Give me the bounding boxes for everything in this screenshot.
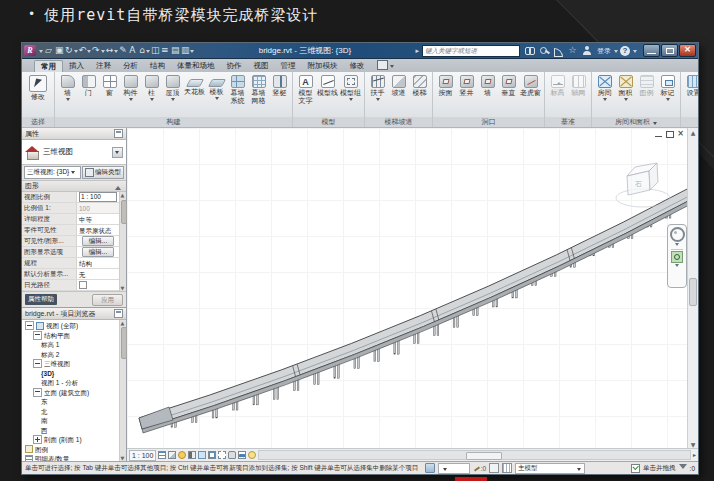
- search-binoculars-icon[interactable]: [525, 45, 536, 56]
- expand-icon[interactable]: [33, 435, 42, 444]
- panel-label[interactable]: 基准: [545, 117, 591, 127]
- property-value[interactable]: 编辑...: [77, 236, 119, 246]
- ribbon-button-door[interactable]: 门: [78, 73, 99, 117]
- properties-help-link[interactable]: 属性帮助: [25, 294, 57, 305]
- measure-icon[interactable]: ↔: [106, 45, 119, 56]
- tree-item[interactable]: 视图 1 - 分析: [22, 378, 119, 388]
- scroll-down-icon[interactable]: ▼: [120, 455, 125, 461]
- show-rendering-icon[interactable]: [198, 451, 206, 459]
- tree-item[interactable]: 视图 (全部): [22, 321, 119, 331]
- ribbon-button-workplane-set[interactable]: 设置: [683, 73, 698, 117]
- project-browser-pin-icon[interactable]: [114, 309, 123, 318]
- scroll-right-icon[interactable]: ▸: [693, 450, 696, 460]
- design-option-dropdown[interactable]: 主模型: [515, 463, 585, 474]
- navbar-dropdown-icon[interactable]: [675, 243, 679, 248]
- undo-icon[interactable]: ↶: [79, 45, 92, 56]
- ribbon-button-room[interactable]: 房间: [594, 73, 615, 117]
- close-button[interactable]: [679, 44, 696, 57]
- apply-button[interactable]: 应用: [92, 294, 123, 306]
- property-row[interactable]: 比例值 1:100: [22, 203, 119, 214]
- ribbon-button-stairs[interactable]: 楼梯: [409, 73, 430, 117]
- app-menu-arrow-icon[interactable]: [39, 50, 43, 55]
- switch-windows-icon[interactable]: ▥: [181, 45, 195, 56]
- collapse-icon[interactable]: [33, 388, 42, 397]
- tree-item[interactable]: 明细表/数量: [22, 454, 119, 461]
- horizontal-scrollbar[interactable]: [258, 450, 691, 460]
- collapse-icon[interactable]: [33, 359, 42, 368]
- navigation-bar[interactable]: [667, 224, 687, 288]
- detail-level-icon[interactable]: [158, 451, 166, 459]
- tree-item[interactable]: 南: [22, 416, 119, 426]
- type-selector-arrow-icon[interactable]: [112, 147, 123, 158]
- property-row[interactable]: 详细程度中等: [22, 214, 119, 225]
- panel-label[interactable]: 楼梯坡道: [365, 117, 432, 127]
- redo-icon[interactable]: ↷: [92, 45, 105, 56]
- property-value[interactable]: 编辑...: [77, 247, 119, 257]
- ribbon-button-shaft-opening[interactable]: 竖井: [456, 73, 477, 117]
- tree-item[interactable]: 立面 (建筑立面): [22, 388, 119, 398]
- tab-插入[interactable]: 插入: [63, 60, 90, 72]
- status-help-icon[interactable]: [425, 463, 435, 473]
- sign-in-label[interactable]: 登录: [597, 46, 611, 56]
- tab-常用[interactable]: 常用: [34, 60, 63, 72]
- tree-item[interactable]: 北: [22, 407, 119, 417]
- panel-label[interactable]: 选择: [22, 117, 54, 127]
- panel-label[interactable]: 模型: [293, 117, 364, 127]
- modify-pencil-icon[interactable]: ✎: [119, 45, 128, 56]
- ribbon-state-toggle[interactable]: [377, 60, 394, 72]
- thin-lines-icon[interactable]: ≡: [161, 45, 170, 56]
- ribbon-button-wall-opening[interactable]: 墙: [477, 73, 498, 117]
- panel-label[interactable]: 房间和面积: [592, 117, 680, 127]
- workset-dropdown[interactable]: [438, 463, 470, 474]
- scroll-thumb[interactable]: [121, 200, 127, 224]
- viewcube[interactable]: 右: [616, 163, 670, 207]
- property-input[interactable]: 1 : 100: [79, 192, 117, 202]
- tab-协作[interactable]: 协作: [221, 60, 248, 72]
- shadows-icon[interactable]: [188, 451, 196, 459]
- tree-item[interactable]: 图例: [22, 445, 119, 455]
- subscription-center-icon[interactable]: [539, 45, 550, 56]
- property-value[interactable]: 结构: [77, 258, 119, 268]
- ribbon-button-wall[interactable]: 墙: [57, 73, 78, 117]
- ribbon-button-model-text[interactable]: 模型文字: [295, 73, 316, 117]
- properties-section-graphics[interactable]: 图形: [22, 181, 126, 192]
- open-icon[interactable]: ▱: [45, 45, 54, 56]
- signin-dropdown-icon[interactable]: [614, 50, 618, 55]
- tree-item[interactable]: 剖面 (剖面 1): [22, 435, 119, 445]
- ribbon-button-mullion[interactable]: 竖梃: [269, 73, 290, 117]
- property-row[interactable]: 默认分析显示...无: [22, 269, 119, 280]
- scroll-up-icon[interactable]: ▲: [688, 128, 698, 137]
- text-icon[interactable]: A: [129, 45, 138, 56]
- tab-分析[interactable]: 分析: [117, 60, 144, 72]
- ribbon-button-curtain-grid[interactable]: 幕墙网格: [248, 73, 269, 117]
- ribbon-button-roof[interactable]: 屋顶: [162, 73, 183, 117]
- ribbon-button-component[interactable]: 构件: [120, 73, 141, 117]
- ribbon-button-area[interactable]: 面积: [615, 73, 636, 117]
- show-crop-region-icon[interactable]: [218, 451, 226, 459]
- restore-button[interactable]: [661, 44, 678, 57]
- communication-center-icon[interactable]: [553, 45, 564, 56]
- tree-item[interactable]: 东: [22, 397, 119, 407]
- section-collapse-icon[interactable]: [115, 183, 121, 190]
- scroll-down-icon[interactable]: ▼: [120, 285, 125, 291]
- temporary-hide-isolate-icon[interactable]: [238, 451, 246, 459]
- visual-style-icon[interactable]: [168, 451, 176, 459]
- view-close-icon[interactable]: [676, 130, 685, 138]
- type-selector[interactable]: 三维视图: [22, 140, 126, 165]
- close-hidden-windows-icon[interactable]: ▤: [171, 45, 180, 56]
- sync-icon[interactable]: ↻: [65, 45, 78, 56]
- ribbon-button-modify-cursor[interactable]: 修改: [24, 73, 52, 117]
- property-row[interactable]: 可见性/图形...编辑...: [22, 236, 119, 247]
- property-row[interactable]: 视图比例1 : 100: [22, 192, 119, 203]
- revit-logo-button[interactable]: R: [24, 45, 36, 56]
- collapse-icon[interactable]: [25, 321, 34, 330]
- ribbon-button-column[interactable]: 柱: [141, 73, 162, 117]
- zoom-tool-icon[interactable]: [671, 251, 683, 263]
- browser-scrollbar[interactable]: ▲ ▼: [119, 320, 126, 461]
- steering-wheel-icon[interactable]: [670, 227, 685, 242]
- design-options-icon[interactable]: [502, 463, 512, 473]
- worksharing-display-icon[interactable]: [489, 463, 499, 473]
- press-drag-checkbox[interactable]: [631, 464, 640, 473]
- property-value[interactable]: 1 : 100: [77, 192, 119, 202]
- editing-requests[interactable]: :0: [473, 465, 486, 472]
